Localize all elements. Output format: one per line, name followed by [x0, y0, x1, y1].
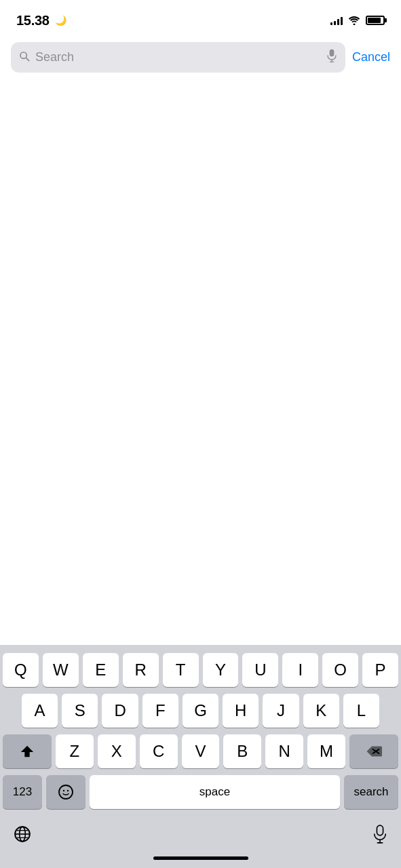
main-content	[0, 78, 401, 567]
globe-icon[interactable]	[14, 825, 31, 847]
svg-line-2	[26, 58, 28, 60]
svg-point-9	[63, 790, 64, 791]
search-input[interactable]	[35, 50, 321, 64]
key-k[interactable]: K	[303, 694, 339, 728]
signal-bar-2	[334, 21, 336, 25]
svg-rect-3	[330, 50, 335, 57]
search-input-wrapper[interactable]	[11, 42, 345, 73]
space-key[interactable]: space	[90, 775, 340, 809]
svg-rect-14	[377, 825, 383, 835]
home-indicator	[3, 851, 398, 868]
key-n[interactable]: N	[265, 734, 303, 768]
key-i[interactable]: I	[282, 653, 318, 687]
key-v[interactable]: V	[182, 734, 220, 768]
signal-bar-4	[341, 17, 343, 25]
battery-icon	[366, 16, 385, 25]
key-u[interactable]: U	[242, 653, 278, 687]
home-bar	[153, 856, 248, 860]
key-g[interactable]: G	[183, 694, 218, 728]
status-icons	[330, 16, 385, 25]
signal-bar-1	[330, 22, 332, 25]
status-time: 15.38	[16, 13, 50, 28]
svg-point-8	[59, 785, 73, 799]
keyboard-row-4: 123 space search	[3, 775, 398, 809]
key-t[interactable]: T	[163, 653, 199, 687]
key-m[interactable]: M	[307, 734, 345, 768]
search-icon	[19, 51, 30, 64]
key-c[interactable]: C	[140, 734, 178, 768]
key-r[interactable]: R	[123, 653, 159, 687]
key-w[interactable]: W	[43, 653, 79, 687]
svg-point-0	[354, 24, 356, 26]
key-l[interactable]: L	[343, 694, 379, 728]
cancel-button[interactable]: Cancel	[352, 50, 390, 64]
battery-fill	[368, 18, 381, 23]
mic-icon[interactable]	[326, 49, 337, 66]
key-a[interactable]: A	[22, 694, 58, 728]
search-bar-container: Cancel	[0, 37, 401, 78]
signal-bar-3	[337, 19, 339, 25]
svg-point-10	[67, 790, 69, 791]
numbers-key[interactable]: 123	[3, 775, 42, 809]
keyboard-bottom-bar	[3, 816, 398, 851]
search-key[interactable]: search	[344, 775, 398, 809]
keyboard-row-1: Q W E R T Y U I O P	[3, 653, 398, 687]
shift-key[interactable]	[3, 734, 52, 768]
key-x[interactable]: X	[98, 734, 136, 768]
key-p[interactable]: P	[362, 653, 398, 687]
key-j[interactable]: J	[263, 694, 299, 728]
microphone-icon[interactable]	[373, 825, 387, 848]
keyboard: Q W E R T Y U I O P A S D F G H J K L Z …	[0, 645, 401, 868]
keyboard-row-2: A S D F G H J K L	[3, 694, 398, 728]
key-s[interactable]: S	[62, 694, 98, 728]
delete-key[interactable]	[349, 734, 398, 768]
key-b[interactable]: B	[223, 734, 261, 768]
key-z[interactable]: Z	[56, 734, 94, 768]
key-y[interactable]: Y	[203, 653, 239, 687]
key-e[interactable]: E	[83, 653, 119, 687]
moon-icon: 🌙	[55, 15, 66, 26]
key-d[interactable]: D	[102, 694, 138, 728]
signal-icon	[330, 16, 343, 25]
emoji-key[interactable]	[46, 775, 85, 809]
key-q[interactable]: Q	[3, 653, 39, 687]
key-h[interactable]: H	[223, 694, 259, 728]
wifi-icon	[348, 16, 360, 25]
key-f[interactable]: F	[142, 694, 178, 728]
status-bar: 15.38 🌙	[0, 0, 401, 37]
keyboard-row-3: Z X C V B N M	[3, 734, 398, 768]
key-o[interactable]: O	[322, 653, 358, 687]
